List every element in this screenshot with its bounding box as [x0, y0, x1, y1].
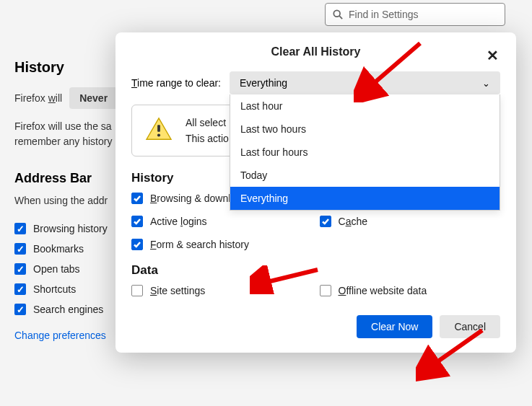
checkbox-icon[interactable]: ✓ [14, 243, 26, 255]
svg-line-1 [339, 16, 342, 19]
addressbar-option-label: Search engines [33, 304, 103, 315]
clear-history-dialog: Clear All History ✕ Time range to clear:… [115, 32, 516, 353]
close-icon[interactable]: ✕ [484, 44, 502, 67]
history-checkbox-item[interactable]: Cache [320, 216, 501, 227]
data-checkbox-label: Offline website data [339, 285, 427, 296]
checkbox-icon[interactable] [131, 285, 143, 296]
checkbox-icon[interactable] [131, 193, 143, 204]
time-range-label: Time range to clear: [131, 77, 221, 89]
time-range-dropdown[interactable]: Everything ⌄ Last hourLast two hoursLast… [230, 71, 500, 94]
addressbar-option-label: Browsing history [33, 223, 108, 234]
time-range-option[interactable]: Everything [230, 187, 500, 210]
history-checkbox-item[interactable]: Form & search history [131, 239, 313, 250]
addressbar-option-label: Open tabs [33, 263, 80, 275]
data-checkbox-item[interactable]: Site settings [131, 285, 313, 296]
svg-point-0 [333, 10, 340, 17]
time-range-dropdown-list: Last hourLast two hoursLast four hoursTo… [230, 94, 500, 211]
dialog-title: Clear All History [271, 45, 361, 58]
data-checkbox-item[interactable]: Offline website data [320, 285, 501, 296]
checkbox-icon[interactable] [131, 216, 143, 227]
history-checkbox-item[interactable]: Active logins [131, 216, 313, 227]
warning-line-1: All select [186, 117, 229, 128]
change-preferences-link[interactable]: Change preferences [14, 330, 106, 341]
settings-search-input[interactable]: Find in Settings [325, 3, 505, 26]
warning-icon [145, 117, 173, 144]
chevron-down-icon: ⌄ [482, 78, 490, 89]
firefox-will-label: Firefox will [14, 92, 62, 104]
history-checkbox-label: Form & search history [150, 239, 249, 250]
addressbar-option-label: Bookmarks [33, 243, 84, 255]
svg-rect-3 [157, 125, 160, 131]
addressbar-option-label: Shortcuts [33, 283, 76, 295]
warning-line-2: This actio [186, 133, 229, 144]
time-range-dropdown-button[interactable]: Everything ⌄ [230, 71, 500, 94]
search-icon [333, 9, 343, 19]
checkbox-icon[interactable] [320, 285, 331, 296]
checkbox-icon[interactable]: ✓ [14, 283, 26, 295]
clear-now-button[interactable]: Clear Now [357, 315, 432, 338]
checkbox-icon[interactable]: ✓ [14, 223, 26, 234]
checkbox-icon[interactable] [320, 216, 331, 227]
cancel-button[interactable]: Cancel [440, 315, 500, 338]
dropdown-selected-value: Everything [240, 77, 287, 89]
time-range-option[interactable]: Last two hours [230, 118, 500, 141]
history-mode-select[interactable]: Never [69, 87, 118, 109]
data-checkbox-label: Site settings [150, 285, 205, 296]
search-placeholder: Find in Settings [349, 9, 419, 20]
svg-point-4 [157, 133, 160, 136]
checkbox-icon[interactable]: ✓ [14, 263, 26, 275]
history-checkbox-label: Cache [339, 216, 368, 227]
time-range-option[interactable]: Last four hours [230, 141, 500, 164]
history-checkbox-label: Active logins [150, 216, 207, 227]
checkbox-icon[interactable] [131, 239, 143, 250]
time-range-option[interactable]: Today [230, 164, 500, 187]
time-range-option[interactable]: Last hour [230, 94, 500, 118]
checkbox-icon[interactable]: ✓ [14, 304, 26, 315]
modal-data-heading: Data [131, 263, 500, 278]
